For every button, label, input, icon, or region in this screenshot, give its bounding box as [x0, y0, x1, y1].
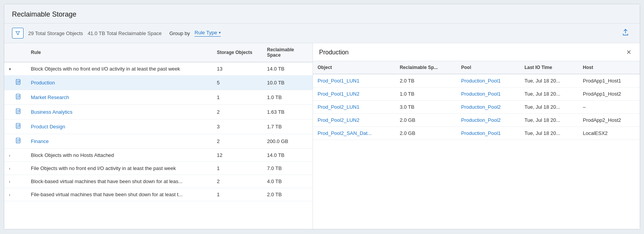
detail-pool-link[interactable]: Production_Pool2: [461, 104, 501, 110]
detail-object-link[interactable]: Prod_Pool2_SAN_Dat...: [318, 130, 372, 136]
reclaimable-space-cell: 1.0 TB: [262, 90, 313, 105]
group-by-dropdown[interactable]: Rule Type ▾: [194, 30, 220, 37]
detail-object-link[interactable]: Prod_Pool1_LUN2: [318, 91, 359, 97]
reclaimable-space-cell: 7.0 TB: [262, 162, 313, 175]
storage-objects-cell: 2: [212, 134, 262, 149]
table-row[interactable]: ›File-based virtual machines that have b…: [4, 188, 313, 201]
table-row[interactable]: ▾Block Objects with no front end I/O act…: [4, 62, 313, 76]
expand-icon-cell[interactable]: ›: [4, 149, 26, 162]
table-row[interactable]: ›File Objects with no front end I/O acti…: [4, 162, 313, 175]
col-header-storage: Storage Objects: [212, 43, 262, 62]
detail-lastio-cell: Tue, Jul 18 20...: [520, 88, 578, 101]
detail-col-host: Host: [578, 61, 640, 74]
detail-pool-cell[interactable]: Production_Pool2: [456, 101, 520, 114]
rule-cell: File-based virtual machines that have be…: [26, 188, 212, 201]
reclaimable-space-cell: 14.0 TB: [262, 62, 313, 76]
detail-pool-cell[interactable]: Production_Pool1: [456, 88, 520, 101]
detail-object-cell[interactable]: Prod_Pool2_SAN_Dat...: [313, 127, 395, 140]
expand-icon[interactable]: ›: [9, 179, 10, 184]
detail-pool-link[interactable]: Production_Pool1: [461, 130, 501, 136]
expand-icon-cell[interactable]: ›: [4, 162, 26, 175]
detail-lastio-cell: Tue, Jul 18 20...: [520, 114, 578, 127]
export-icon: [622, 29, 629, 36]
detail-col-pool: Pool: [456, 61, 520, 74]
detail-table-row: Prod_Pool1_LUN12.0 TBProduction_Pool1Tue…: [313, 74, 640, 88]
reclaimable-space-cell: 2.0 TB: [262, 188, 313, 201]
total-space-text: 41.0 TB Total Reclaimable Space: [88, 30, 162, 36]
detail-pool-cell[interactable]: Production_Pool1: [456, 74, 520, 88]
detail-pool-link[interactable]: Production_Pool1: [461, 78, 501, 84]
storage-objects-cell: 1: [212, 162, 262, 175]
col-header-expand: [4, 43, 26, 62]
row-icon-cell: [4, 90, 26, 105]
row-object-icon: [16, 124, 22, 130]
detail-reclaimable-cell: 2.0 GB: [395, 114, 456, 127]
table-body: ▾Block Objects with no front end I/O act…: [4, 62, 313, 201]
rule-link[interactable]: Market Research: [31, 94, 69, 100]
table-row[interactable]: Product Design31.7 TB: [4, 120, 313, 134]
main-content: Rule Storage Objects Reclaimable Space ▾…: [4, 43, 640, 229]
table-row[interactable]: ›Block Objects with no Hosts Attached121…: [4, 149, 313, 162]
table-row[interactable]: Market Research11.0 TB: [4, 90, 313, 105]
filter-icon: [15, 30, 20, 36]
reclaimable-space-cell: 4.0 TB: [262, 175, 313, 188]
expand-icon-cell[interactable]: ›: [4, 188, 26, 201]
rule-link[interactable]: Production: [31, 80, 55, 86]
col-header-rule: Rule: [26, 43, 212, 62]
detail-host-cell: –: [578, 101, 640, 114]
left-panel: Rule Storage Objects Reclaimable Space ▾…: [4, 43, 313, 229]
rule-cell: Block Objects with no Hosts Attached: [26, 149, 212, 162]
rule-cell[interactable]: Market Research: [26, 90, 212, 105]
page-container: Reclaimable Storage 29 Total Storage Obj…: [4, 4, 640, 229]
detail-table-row: Prod_Pool1_LUN21.0 TBProduction_Pool1Tue…: [313, 88, 640, 101]
expand-icon-cell[interactable]: ›: [4, 175, 26, 188]
detail-object-cell[interactable]: Prod_Pool1_LUN2: [313, 88, 395, 101]
row-object-icon: [16, 95, 22, 101]
expand-icon-cell[interactable]: ▾: [4, 62, 26, 76]
detail-table-row: Prod_Pool2_LUN13.0 TBProduction_Pool2Tue…: [313, 101, 640, 114]
detail-pool-cell[interactable]: Production_Pool2: [456, 114, 520, 127]
expand-icon[interactable]: ›: [9, 153, 10, 158]
detail-pool-link[interactable]: Production_Pool1: [461, 91, 501, 97]
rule-link[interactable]: Business Analytics: [31, 109, 73, 115]
detail-object-link[interactable]: Prod_Pool1_LUN1: [318, 78, 359, 84]
detail-object-cell[interactable]: Prod_Pool2_LUN1: [313, 101, 395, 114]
rule-cell[interactable]: Business Analytics: [26, 105, 212, 120]
total-objects-text: 29 Total Storage Objects: [28, 30, 83, 36]
rule-link[interactable]: Finance: [31, 138, 49, 144]
table-row[interactable]: Finance2200.0 GB: [4, 134, 313, 149]
rule-cell[interactable]: Production: [26, 76, 212, 90]
table-row[interactable]: Production510.0 TB: [4, 76, 313, 90]
detail-pool-cell[interactable]: Production_Pool1: [456, 127, 520, 140]
detail-lastio-cell: Tue, Jul 18 20...: [520, 74, 578, 88]
storage-objects-cell: 2: [212, 175, 262, 188]
detail-host-cell: LocalESX2: [578, 127, 640, 140]
detail-lastio-cell: Tue, Jul 18 20...: [520, 127, 578, 140]
expand-icon[interactable]: ▾: [9, 67, 11, 72]
export-button[interactable]: [619, 27, 632, 39]
detail-reclaimable-cell: 2.0 GB: [395, 127, 456, 140]
expand-icon[interactable]: ›: [9, 166, 10, 171]
detail-object-link[interactable]: Prod_Pool2_LUN2: [318, 117, 359, 123]
table-row[interactable]: Business Analytics21.63 TB: [4, 105, 313, 120]
detail-host-cell: ProdApp1_Host1: [578, 74, 640, 88]
storage-objects-cell: 5: [212, 76, 262, 90]
close-button[interactable]: ✕: [624, 49, 634, 56]
reclaimable-space-cell: 14.0 TB: [262, 149, 313, 162]
detail-table-header-row: Object Reclaimable Sp... Pool Last IO Ti…: [313, 61, 640, 74]
expand-icon[interactable]: ›: [9, 192, 10, 197]
filter-button[interactable]: [12, 28, 24, 39]
rule-cell[interactable]: Finance: [26, 134, 212, 149]
toolbar: 29 Total Storage Objects 41.0 TB Total R…: [4, 24, 640, 43]
main-table: Rule Storage Objects Reclaimable Space ▾…: [4, 43, 313, 201]
row-object-icon: [16, 139, 22, 145]
detail-pool-link[interactable]: Production_Pool2: [461, 117, 501, 123]
detail-object-cell[interactable]: Prod_Pool1_LUN1: [313, 74, 395, 88]
rule-link[interactable]: Product Design: [31, 124, 65, 130]
table-row[interactable]: ›Block-based virtual machines that have …: [4, 175, 313, 188]
detail-object-cell[interactable]: Prod_Pool2_LUN2: [313, 114, 395, 127]
row-object-icon: [16, 109, 22, 116]
detail-object-link[interactable]: Prod_Pool2_LUN1: [318, 104, 359, 110]
rule-cell: File Objects with no front end I/O activ…: [26, 162, 212, 175]
rule-cell[interactable]: Product Design: [26, 120, 212, 134]
